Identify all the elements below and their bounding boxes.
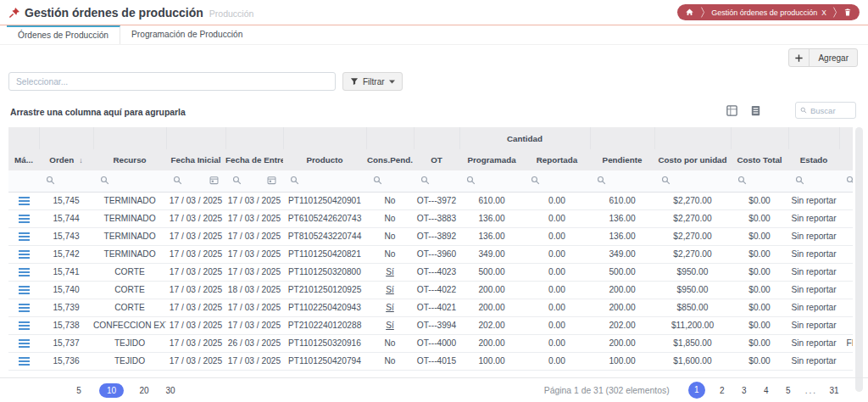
filter-cell-orden[interactable] (39, 170, 93, 192)
row-menu-icon[interactable] (19, 215, 30, 223)
row-menu-icon[interactable] (19, 250, 30, 259)
calendar-icon[interactable] (209, 176, 219, 187)
page-size-30[interactable]: 30 (164, 386, 176, 395)
filter-cell-ot[interactable] (414, 170, 459, 192)
page-size-5[interactable]: 5 (73, 386, 85, 395)
select-order-input[interactable] (8, 72, 336, 91)
search-icon[interactable] (420, 176, 430, 187)
cell-fecha_entrega: 17 / 03 / 2025 (225, 245, 283, 263)
row-menu-icon[interactable] (19, 339, 30, 348)
calendar-icon[interactable] (267, 176, 276, 187)
col-header-producto[interactable]: Producto (283, 149, 366, 170)
cell-recurso: TERMINADO (93, 192, 166, 209)
search-icon[interactable] (846, 176, 853, 187)
row-menu-icon[interactable] (19, 268, 30, 276)
add-button[interactable]: Agregar (788, 48, 858, 67)
breadcrumb-tab[interactable]: Gestión órdenes de producciónX (711, 8, 826, 17)
cell-programada: 610.00 (459, 192, 524, 209)
page-31[interactable]: 31 (829, 386, 839, 395)
close-tab-icon[interactable]: X (821, 8, 826, 17)
filter-cell-pendiente[interactable] (590, 170, 654, 192)
tab-ordenes-de-produccion[interactable]: Órdenes de Producción (7, 25, 120, 44)
cell-cons_pend[interactable]: Sí (366, 263, 414, 281)
col-header-cons_pend[interactable]: Cons.Pend. (366, 149, 414, 170)
row-menu-cell (8, 281, 39, 299)
page-4[interactable]: 4 (761, 386, 771, 395)
row-menu-icon[interactable] (19, 197, 30, 205)
filter-cell-costo_unidad[interactable] (654, 170, 731, 192)
cell-costo_total: $0.00 (731, 299, 788, 316)
filter-cell-reportada[interactable] (524, 170, 590, 192)
cell-orden: 15,736 (39, 352, 93, 370)
filter-cell-costo_total[interactable] (731, 170, 788, 192)
col-header-recurso[interactable]: Recurso (93, 149, 166, 170)
col-header-ot[interactable]: OT (414, 149, 459, 170)
cell-pendiente: 349.00 (590, 245, 654, 263)
grid-search-box[interactable] (795, 102, 856, 119)
col-header-fecha_inicial[interactable]: Fecha Inicial (166, 149, 225, 170)
table-row: 15,744TERMINADO17 / 03 / 202517 / 03 / 2… (8, 209, 853, 227)
plus-icon[interactable] (789, 49, 810, 66)
row-menu-cell (8, 263, 39, 281)
filter-button[interactable]: Filtrar (342, 72, 403, 91)
page-5[interactable]: 5 (783, 386, 793, 395)
filter-cell-cons_pend[interactable] (366, 170, 414, 192)
cell-orden: 15,738 (39, 316, 93, 334)
row-menu-icon[interactable] (19, 321, 30, 330)
page-size-10[interactable]: 10 (99, 383, 124, 398)
page-1[interactable]: 1 (688, 382, 705, 399)
search-icon[interactable] (232, 176, 242, 187)
cell-programada: 200.00 (459, 299, 524, 316)
search-icon[interactable] (737, 176, 747, 187)
search-icon[interactable] (173, 176, 182, 187)
cell-cons_pend[interactable]: Sí (366, 281, 414, 299)
search-icon[interactable] (373, 176, 382, 187)
page-3[interactable]: 3 (739, 386, 749, 395)
cell-cons_pend[interactable]: Sí (366, 316, 414, 334)
col-header-costo_unidad[interactable]: Costo por unidad (654, 149, 731, 170)
page-size-20[interactable]: 20 (138, 386, 150, 395)
col-header-reportada[interactable]: Reportada (524, 149, 590, 170)
filter-cell-extra[interactable] (839, 170, 853, 192)
col-header-orden[interactable]: Orden↓ (39, 149, 93, 170)
col-header-pendiente[interactable]: Pendiente (590, 149, 654, 170)
row-menu-cell (8, 316, 39, 334)
col-header-costo_total[interactable]: Costo Total (731, 149, 788, 170)
home-icon[interactable] (685, 8, 694, 17)
filter-cell-fecha_entrega[interactable] (225, 170, 283, 192)
cell-cons_pend[interactable]: Sí (366, 299, 414, 316)
cell-cons_pend: No (366, 209, 414, 227)
grid-search-input[interactable] (810, 106, 851, 115)
trash-icon[interactable] (843, 8, 852, 17)
search-icon[interactable] (100, 176, 109, 187)
column-chooser-icon[interactable] (749, 104, 762, 117)
search-icon[interactable] (661, 176, 670, 187)
search-icon[interactable] (290, 176, 299, 187)
page-2[interactable]: 2 (717, 386, 727, 395)
col-header-estado[interactable]: Estado (788, 149, 839, 170)
col-header-extra[interactable] (839, 149, 853, 170)
search-icon[interactable] (466, 176, 476, 187)
search-icon[interactable] (597, 176, 606, 187)
band-empty (225, 127, 283, 149)
filter-cell-fecha_inicial[interactable] (166, 170, 225, 192)
filter-cell-programada[interactable] (459, 170, 524, 192)
tab-programacion-de-produccion[interactable]: Programación de Producción (120, 25, 253, 44)
row-menu-icon[interactable] (19, 357, 30, 366)
filter-cell-recurso[interactable] (93, 170, 166, 192)
search-icon[interactable] (795, 176, 804, 187)
add-button-label[interactable]: Agregar (810, 53, 857, 63)
row-menu-icon[interactable] (19, 304, 30, 312)
col-header-programada[interactable]: Programada (459, 149, 524, 170)
search-icon[interactable] (46, 176, 55, 187)
vertical-scrollbar[interactable] (855, 127, 863, 392)
col-header-fecha_entrega[interactable]: Fecha de Entrega (225, 149, 283, 170)
grid-footer: 5 10 20 30 Página 1 de 31 (302 elementos… (0, 377, 868, 402)
search-icon[interactable] (531, 176, 540, 187)
filter-cell-estado[interactable] (788, 170, 839, 192)
row-menu-icon[interactable] (19, 232, 30, 241)
row-menu-icon[interactable] (19, 286, 30, 294)
export-icon[interactable] (726, 104, 738, 117)
cell-orden: 15,744 (39, 209, 93, 227)
filter-cell-producto[interactable] (283, 170, 366, 192)
